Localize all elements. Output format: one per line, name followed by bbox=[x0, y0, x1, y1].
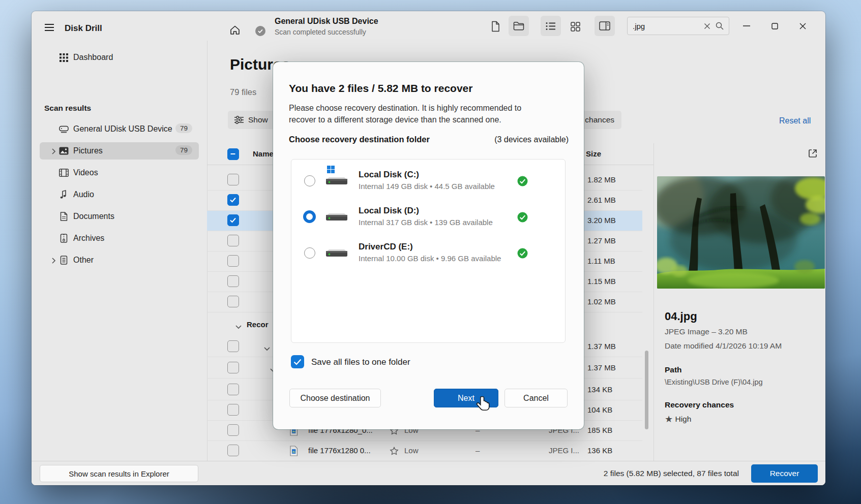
drive-icon bbox=[325, 207, 348, 224]
file-size: 1.02 MB bbox=[587, 297, 616, 306]
row-checkbox[interactable] bbox=[227, 424, 239, 436]
scan-results-section-label: Scan results bbox=[44, 104, 91, 113]
star-outline-icon[interactable] bbox=[390, 447, 399, 457]
list-view-button[interactable] bbox=[541, 16, 561, 36]
sidebar: Dashboard Scan results General UDisk USB… bbox=[32, 41, 207, 461]
dialog-body-text: Please choose recovery destination. It i… bbox=[289, 103, 546, 125]
file-size: 1.27 MB bbox=[587, 236, 616, 245]
dialog-destination-label: Choose recovery destination folder bbox=[289, 135, 430, 144]
preview-file-info: JPEG Image – 3.20 MB bbox=[665, 327, 748, 336]
maximize-icon bbox=[771, 23, 778, 29]
file-count-badge: 79 bbox=[175, 145, 192, 155]
sidebar-item-archives[interactable]: Archives bbox=[40, 230, 199, 247]
row-checkbox[interactable] bbox=[227, 340, 239, 352]
search-field[interactable] bbox=[627, 17, 729, 35]
row-checkbox[interactable] bbox=[227, 255, 239, 267]
sidebar-item-label: Audio bbox=[73, 190, 94, 199]
mouse-cursor bbox=[476, 396, 491, 413]
file-size: 1.11 MB bbox=[587, 257, 615, 265]
external-link-icon bbox=[808, 148, 818, 159]
hamburger-menu-button[interactable] bbox=[43, 22, 55, 33]
sidebar-item-pictures[interactable]: Pictures79 bbox=[40, 142, 199, 160]
preview-chances-value: ★ High bbox=[665, 414, 691, 425]
drive-name: Local Disk (D:) bbox=[359, 206, 419, 216]
destination-option-drivercd-e[interactable]: DriverCD (E:)Internal 10.00 GB disk • 9.… bbox=[291, 235, 565, 271]
sidebar-item-label: General UDisk USB Device bbox=[73, 124, 172, 134]
file-size: 1.37 MB bbox=[587, 342, 616, 351]
drive-icon bbox=[325, 243, 348, 260]
page-subtitle: 79 files bbox=[230, 87, 256, 97]
drive-ok-icon bbox=[517, 176, 528, 188]
new-session-button[interactable] bbox=[487, 18, 503, 35]
row-checkbox[interactable] bbox=[227, 194, 239, 206]
drive-ok-icon bbox=[517, 212, 528, 225]
chevron-right-icon[interactable] bbox=[51, 148, 56, 157]
row-checkbox[interactable] bbox=[227, 296, 239, 307]
documents-icon bbox=[58, 211, 69, 222]
choose-destination-button[interactable]: Choose destination bbox=[289, 389, 381, 407]
preview-date-modified: Date modified 4/1/2026 10:19 AM bbox=[665, 341, 782, 351]
clear-search-icon[interactable] bbox=[704, 23, 710, 29]
bottom-bar: Show scan results in Explorer 2 files (5… bbox=[32, 461, 825, 485]
table-scrollbar[interactable] bbox=[645, 351, 648, 429]
row-checkbox[interactable] bbox=[227, 384, 239, 395]
file-name: file 1776x1280 0... bbox=[308, 446, 371, 455]
row-checkbox[interactable] bbox=[227, 214, 239, 226]
minimize-button[interactable] bbox=[736, 16, 757, 36]
file-size: 2.61 MB bbox=[587, 196, 616, 204]
column-header-name[interactable]: Name bbox=[253, 149, 274, 158]
show-in-explorer-button[interactable]: Show scan results in Explorer bbox=[40, 465, 198, 482]
chevron-down-icon[interactable] bbox=[235, 322, 242, 331]
table-row[interactable]: file 1776x1280 0...Low–JPEG I...136 KB bbox=[207, 441, 642, 461]
row-checkbox[interactable] bbox=[227, 235, 239, 246]
destination-radio[interactable] bbox=[303, 210, 316, 223]
sidebar-item-dashboard[interactable]: Dashboard bbox=[40, 49, 199, 66]
image-preview[interactable] bbox=[657, 176, 825, 289]
search-icon[interactable] bbox=[716, 22, 724, 30]
search-input[interactable] bbox=[633, 18, 699, 34]
destination-option-local-disk-d[interactable]: Local Disk (D:)Internal 317 GB disk • 13… bbox=[291, 199, 565, 235]
close-button[interactable] bbox=[792, 16, 813, 36]
row-checkbox[interactable] bbox=[227, 275, 239, 287]
file-size: 1.15 MB bbox=[587, 277, 616, 286]
sidebar-item-audio[interactable]: Audio bbox=[40, 186, 199, 203]
row-checkbox[interactable] bbox=[227, 404, 239, 416]
row-checkbox[interactable] bbox=[227, 174, 239, 185]
sidebar-item-device[interactable]: General UDisk USB Device 79 bbox=[40, 120, 199, 138]
home-button[interactable] bbox=[227, 22, 243, 38]
destination-radio[interactable] bbox=[304, 247, 315, 259]
cancel-button[interactable]: Cancel bbox=[504, 389, 568, 407]
save-one-folder-checkbox[interactable] bbox=[291, 355, 304, 368]
select-all-checkbox[interactable] bbox=[227, 148, 239, 160]
preview-chances-label: Recovery chances bbox=[665, 400, 734, 410]
chevron-right-icon[interactable] bbox=[51, 257, 56, 266]
maximize-button[interactable] bbox=[764, 16, 785, 36]
row-checkbox[interactable] bbox=[227, 362, 239, 373]
drive-name: DriverCD (E:) bbox=[359, 242, 413, 252]
destination-radio[interactable] bbox=[304, 175, 315, 186]
column-header-size[interactable]: Size bbox=[586, 149, 601, 158]
sidebar-item-documents[interactable]: Documents bbox=[40, 208, 199, 225]
sidebar-item-other[interactable]: Other bbox=[40, 251, 199, 269]
file-size: 185 KB bbox=[587, 426, 612, 434]
sidebar-item-label: Videos bbox=[73, 168, 98, 177]
grid-view-button[interactable] bbox=[567, 18, 583, 35]
recover-button[interactable]: Recover bbox=[751, 464, 818, 483]
row-checkbox[interactable] bbox=[227, 445, 239, 456]
drive-details: Internal 10.00 GB disk • 9.96 GB availab… bbox=[359, 254, 501, 263]
destination-option-local-disk-c[interactable]: Local Disk (C:)Internal 149 GB disk • 44… bbox=[291, 163, 565, 199]
reset-all-link[interactable]: Reset all bbox=[779, 116, 811, 125]
destination-device-list: Local Disk (C:)Internal 149 GB disk • 44… bbox=[291, 159, 566, 343]
selection-status-text: 2 files (5.82 MB) selected, 87 files tot… bbox=[604, 469, 739, 478]
show-filter-label: Show bbox=[248, 115, 268, 124]
grid-view-icon bbox=[571, 22, 580, 32]
open-folder-button[interactable] bbox=[509, 16, 529, 36]
preview-panel-toggle[interactable] bbox=[595, 16, 615, 36]
chevron-down-icon[interactable] bbox=[263, 344, 271, 353]
disk-icon bbox=[58, 124, 69, 134]
open-preview-external-button[interactable] bbox=[804, 145, 821, 162]
drive-icon bbox=[325, 171, 348, 188]
sidebar-item-videos[interactable]: Videos bbox=[40, 164, 199, 181]
panel-layout-icon bbox=[599, 21, 610, 30]
recovery-dialog: You have 2 files / 5.82 MB to recover Pl… bbox=[273, 62, 584, 429]
